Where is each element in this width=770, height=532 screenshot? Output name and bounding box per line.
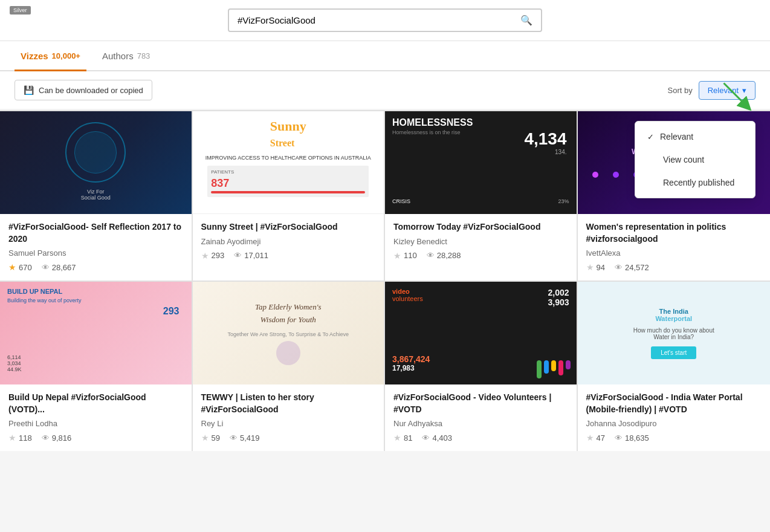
star-stat: ★ 94 — [586, 262, 605, 272]
card-thumbnail[interactable]: Tap Elderly Women'sWisdom for Youth Toge… — [193, 282, 384, 384]
card-author[interactable]: Preethi Lodha — [8, 419, 183, 428]
eye-icon: 👁 — [230, 433, 238, 443]
view-stat: 👁 9,816 — [42, 433, 72, 443]
tab-vizzes[interactable]: Vizzes 10,000+ — [15, 41, 86, 71]
view-stat: 👁 28,667 — [42, 263, 76, 272]
card-body: Women's representation in politics #vizf… — [578, 214, 771, 281]
card-stats: ★ 670 👁 28,667 — [8, 262, 183, 272]
eye-icon: 👁 — [42, 263, 50, 272]
card-title[interactable]: TEWWY | Listen to her story #VizForSocia… — [201, 392, 376, 415]
arrow-indicator — [719, 79, 755, 117]
star-icon: ★ — [8, 433, 16, 443]
star-stat: ★ 118 — [8, 433, 32, 443]
tabs-row: Vizzes 10,000+ Authors 783 — [0, 41, 770, 71]
star-icon: ★ — [201, 251, 209, 261]
sort-option-view-count[interactable]: View count — [635, 148, 755, 171]
star-icon: ★ — [393, 251, 401, 261]
view-stat: 👁 18,635 — [615, 433, 649, 443]
sort-option-recently-published[interactable]: Recently published — [635, 171, 755, 194]
download-icon: 💾 — [24, 85, 34, 95]
card-body: Sunny Street | #VizForSocialGood Zainab … — [193, 214, 384, 269]
table-row: BUILD UP NEPAL Building the way out of p… — [0, 282, 193, 451]
view-stat: 👁 5,419 — [230, 433, 260, 443]
eye-icon: 👁 — [42, 433, 50, 443]
table-row: SunnyStreet IMPROVING ACCESS TO HEALTHCA… — [193, 111, 386, 282]
sort-option-relevant[interactable]: ✓ Relevant — [635, 125, 755, 148]
card-title[interactable]: Sunny Street | #VizForSocialGood — [201, 221, 376, 233]
search-input[interactable] — [238, 15, 516, 25]
card-thumbnail[interactable]: The IndiaWaterportal How much do you kno… — [578, 282, 771, 384]
card-author[interactable]: Nur Adhyaksa — [393, 419, 568, 428]
star-stat: ★ 59 — [201, 433, 220, 443]
tab-authors[interactable]: Authors 783 — [96, 41, 156, 71]
view-stat: 👁 17,011 — [234, 251, 268, 260]
card-title[interactable]: Women's representation in politics #vizf… — [586, 221, 762, 245]
filter-button[interactable]: 💾 Can be downloaded or copied — [15, 80, 152, 100]
card-body: TEWWY | Listen to her story #VizForSocia… — [193, 384, 384, 451]
card-stats: ★ 59 👁 5,419 — [201, 433, 376, 443]
card-body: Tomorrow Today #VizForSocialGood Kizley … — [385, 214, 577, 269]
card-title[interactable]: Build Up Nepal #VizforSocialGood (VOTD).… — [8, 392, 183, 415]
card-author[interactable]: Johanna Josodipuro — [586, 419, 762, 428]
card-stats: ★ 94 👁 24,572 — [586, 262, 762, 272]
card-body: #VizForSocialGood - Video Volunteers | #… — [385, 384, 577, 451]
star-stat: ★ 110 — [393, 251, 417, 261]
card-author[interactable]: Kizley Benedict — [393, 237, 568, 246]
card-title[interactable]: #VizForSocialGood - Video Volunteers | #… — [393, 392, 568, 415]
card-author[interactable]: Rey Li — [201, 419, 376, 428]
card-body: #VizForSocialGood- Self Reflection 2017 … — [0, 214, 192, 281]
eye-icon: 👁 — [615, 263, 623, 272]
card-author[interactable]: Zainab Ayodimeji — [201, 237, 376, 246]
star-icon: ★ — [393, 433, 401, 443]
card-thumbnail[interactable]: HOMELESSNESS Homelessness is on the rise… — [385, 111, 577, 214]
table-row: HOMELESSNESS Homelessness is on the rise… — [385, 111, 578, 282]
card-stats: ★ 293 👁 17,011 — [201, 251, 376, 261]
star-icon: ★ — [586, 433, 594, 443]
star-stat: ★ 81 — [393, 433, 412, 443]
card-thumbnail[interactable]: SunnyStreet IMPROVING ACCESS TO HEALTHCA… — [193, 111, 384, 214]
star-icon: ★ — [586, 262, 594, 272]
card-stats: ★ 110 👁 28,288 — [393, 251, 568, 261]
star-stat: ★ 293 — [201, 251, 225, 261]
card-body: #VizForSocialGood - India Water Portal (… — [578, 384, 771, 451]
toolbar: 💾 Can be downloaded or copied Sort by Re… — [0, 71, 770, 109]
table-row: Viz ForSocial Good Silver #VizForSocialG… — [0, 111, 193, 282]
view-stat: 👁 28,288 — [427, 251, 461, 260]
view-stat: 👁 24,572 — [615, 263, 649, 272]
eye-icon: 👁 — [427, 251, 435, 260]
table-row: video volunteers 2,002 3,903 3,867,424 1… — [385, 282, 578, 451]
card-thumbnail[interactable]: Viz ForSocial Good Silver — [0, 111, 192, 214]
search-icon: 🔍 — [520, 15, 532, 26]
check-icon: ✓ — [647, 132, 654, 141]
header: 🔍 — [0, 0, 770, 41]
eye-icon: 👁 — [234, 251, 242, 260]
card-author[interactable]: IvettAlexa — [586, 248, 762, 258]
eye-icon: 👁 — [422, 433, 430, 443]
view-stat: 👁 4,403 — [422, 433, 452, 443]
card-thumbnail[interactable]: video volunteers 2,002 3,903 3,867,424 1… — [385, 282, 577, 384]
star-icon: ★ — [8, 262, 16, 272]
star-icon: ★ — [201, 433, 209, 443]
card-body: Build Up Nepal #VizforSocialGood (VOTD).… — [0, 384, 192, 451]
card-title[interactable]: #VizForSocialGood - India Water Portal (… — [586, 392, 762, 415]
svg-line-1 — [724, 83, 747, 106]
card-stats: ★ 47 👁 18,635 — [586, 433, 762, 443]
star-stat: ★ 47 — [586, 433, 605, 443]
sort-dropdown: ✓ Relevant View count Recently published — [635, 121, 755, 198]
card-title[interactable]: #VizForSocialGood- Self Reflection 2017 … — [8, 221, 183, 245]
search-container: 🔍 — [228, 8, 542, 32]
table-row: The IndiaWaterportal How much do you kno… — [578, 282, 771, 451]
card-title[interactable]: Tomorrow Today #VizForSocialGood — [393, 221, 568, 233]
eye-icon: 👁 — [615, 433, 623, 443]
card-stats: ★ 81 👁 4,403 — [393, 433, 568, 443]
card-author[interactable]: Samuel Parsons — [8, 248, 183, 258]
table-row: Tap Elderly Women'sWisdom for Youth Toge… — [193, 282, 386, 451]
card-thumbnail[interactable]: BUILD UP NEPAL Building the way out of p… — [0, 282, 192, 384]
star-stat: ★ 670 — [8, 262, 32, 272]
card-stats: ★ 118 👁 9,816 — [8, 433, 183, 443]
